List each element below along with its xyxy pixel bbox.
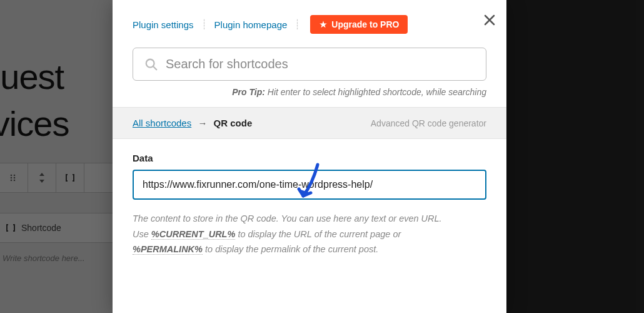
svg-line-7 [153,66,157,69]
modal-header: Plugin settings ┊ Plugin homepage ┊ Upgr… [113,0,506,45]
help-line1: The content to store in the QR code. You… [133,213,442,223]
search-input[interactable] [166,57,475,71]
breadcrumb-bar: All shortcodes → QR code Advanced QR cod… [113,107,506,139]
link-divider: ┊ [294,19,300,30]
data-input[interactable] [133,170,486,200]
upgrade-pro-button[interactable]: Upgrade to PRO [310,15,408,34]
form-section: Data The content to store in the QR code… [113,139,506,257]
breadcrumb: All shortcodes → QR code [133,118,252,128]
plugin-settings-link[interactable]: Plugin settings [133,19,194,30]
all-shortcodes-link[interactable]: All shortcodes [133,118,191,128]
help-text: The content to store in the QR code. You… [133,211,486,257]
search-icon [144,58,158,71]
pro-tip-label: Pro Tip: [232,87,265,97]
search-box[interactable] [133,48,486,81]
pro-tip-body: Hit enter to select highlighted shortcod… [268,87,486,97]
permalink-token: %PERMALINK% [133,244,203,255]
breadcrumb-description: Advanced QR code generator [371,118,486,128]
data-field-label: Data [133,153,486,163]
shortcode-modal: Plugin settings ┊ Plugin homepage ┊ Upgr… [113,0,506,313]
plugin-homepage-link[interactable]: Plugin homepage [214,19,288,30]
help-line2b: to display the URL of the current page o… [235,229,401,239]
upgrade-label: Upgrade to PRO [331,19,399,29]
breadcrumb-arrow-icon: → [198,118,207,128]
star-icon [319,20,328,29]
help-line2a: Use [133,229,151,239]
current-url-token: %CURRENT_URL% [151,229,236,240]
breadcrumb-current: QR code [214,118,253,128]
pro-tip-text: Pro Tip: Hit enter to select highlighted… [113,81,506,107]
help-line3: to display the permalink of the current … [203,244,378,254]
link-divider: ┊ [201,19,207,30]
